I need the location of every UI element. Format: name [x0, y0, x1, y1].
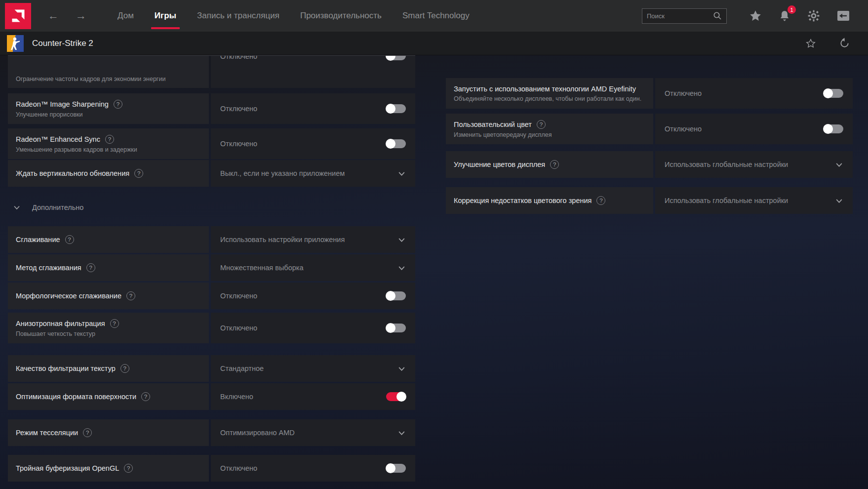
toggle-switch[interactable]	[386, 324, 406, 332]
chevron-down-icon[interactable]	[397, 169, 406, 178]
setting-label: Метод сглаживания	[16, 264, 81, 272]
setting-label-cell: Запустить с использованием технологии AM…	[446, 78, 653, 109]
toggle-switch[interactable]	[386, 291, 406, 300]
notifications-button[interactable]: 1	[778, 9, 791, 22]
toggle-switch[interactable]	[386, 392, 406, 401]
setting-label-cell: Метод сглаживания ?	[8, 254, 209, 281]
toggle-switch[interactable]	[386, 464, 406, 473]
setting-label: Radeon™ Enhanced Sync	[16, 135, 100, 143]
setting-description: Уменьшение разрывов кадров и задержки	[16, 146, 201, 153]
setting-label-cell: Анизотропная фильтрация ? Повышает четко…	[8, 313, 209, 343]
toggle-knob	[386, 323, 395, 333]
toggle-switch[interactable]	[824, 124, 843, 133]
surface-format-optimization: Оптимизация формата поверхности ? Включе…	[8, 383, 415, 410]
toggle-switch[interactable]	[386, 56, 406, 60]
setting-label-cell: Улучшение цветов дисплея ?	[446, 151, 653, 178]
setting-value: Отключено	[220, 140, 257, 148]
radeon-software-window: ← → ДомИгрыЗапись и трансляцияПроизводит…	[0, 0, 868, 489]
setting-value-cell: Отключено	[211, 313, 415, 343]
help-icon[interactable]: ?	[134, 169, 143, 178]
setting-label-cell: Режим тесселяции ?	[8, 419, 209, 446]
tab-bar: ДомИгрыЗапись и трансляцияПроизводительн…	[107, 0, 480, 32]
notification-badge: 1	[788, 5, 796, 14]
setting-label-cell: Тройная буферизация OpenGL ?	[8, 455, 209, 482]
setting-value: Оптимизировано AMD	[220, 429, 295, 437]
help-icon[interactable]: ?	[83, 428, 92, 437]
setting-value: Отключено	[220, 464, 257, 472]
setting-value: Стандартное	[220, 365, 264, 372]
help-icon[interactable]: ?	[126, 291, 135, 300]
settings-button[interactable]	[807, 9, 820, 22]
tab-record-stream[interactable]: Запись и трансляция	[187, 0, 290, 32]
favorite-star-outline-icon[interactable]	[805, 38, 816, 49]
setting-label-cell: Оптимизация формата поверхности ?	[8, 383, 209, 410]
reset-icon[interactable]	[839, 38, 850, 49]
setting-label-cell: Пользовательский цвет ? Изменить цветопе…	[446, 114, 653, 144]
settings-column-right: Запустить с использованием технологии AM…	[446, 55, 853, 214]
setting-value: Отключено	[665, 89, 702, 97]
chevron-down-icon[interactable]	[835, 197, 843, 205]
texture-filtering-quality: Качество фильтрации текстур ? Стандартно…	[8, 355, 415, 382]
chevron-down-icon[interactable]	[397, 429, 406, 437]
toggle-knob	[823, 124, 833, 134]
chevron-down-icon[interactable]	[397, 236, 406, 244]
help-icon[interactable]: ?	[596, 196, 605, 205]
help-icon[interactable]: ?	[110, 319, 119, 328]
help-icon[interactable]: ?	[550, 160, 559, 169]
search-input[interactable]	[647, 12, 713, 20]
toggle-switch[interactable]	[386, 139, 406, 148]
gear-icon	[807, 9, 820, 22]
toggle-switch[interactable]	[824, 89, 843, 98]
help-icon[interactable]: ?	[114, 100, 122, 109]
anti-aliasing: Сглаживание ? Использовать настройки при…	[8, 226, 415, 253]
search-box[interactable]	[642, 8, 727, 24]
setting-label-cell: Качество фильтрации текстур ?	[8, 355, 209, 382]
setting-value-cell: Включено	[211, 383, 415, 410]
setting-label-cell: Коррекция недостатков цветового зрения ?	[446, 187, 653, 214]
amd-logo[interactable]	[5, 3, 31, 29]
help-icon[interactable]: ?	[105, 135, 114, 144]
top-navigation-bar: ← → ДомИгрыЗапись и трансляцияПроизводит…	[0, 0, 868, 32]
setting-description: Объединяйте несколько дисплеев, чтобы он…	[454, 95, 645, 102]
radeon-image-sharpening: Radeon™ Image Sharpening ? Улучшение про…	[8, 93, 415, 124]
section-advanced[interactable]: Дополнительно	[8, 202, 415, 213]
tab-home[interactable]: Дом	[107, 0, 144, 32]
setting-label: Качество фильтрации текстур	[16, 365, 116, 372]
tab-games[interactable]: Игры	[144, 0, 187, 32]
toggle-switch[interactable]	[386, 104, 406, 113]
chevron-down-icon[interactable]	[397, 365, 406, 373]
setting-label: Пользовательский цвет	[454, 121, 532, 128]
setting-label: Запустить с использованием технологии AM…	[454, 85, 636, 93]
chevron-down-icon[interactable]	[835, 161, 843, 169]
setting-value: Отключено	[220, 292, 257, 300]
tab-performance[interactable]: Производительность	[290, 0, 392, 32]
setting-label-cell: Ждать вертикального обновления ?	[8, 160, 209, 187]
setting-value-cell: Использовать настройки приложения	[211, 226, 415, 253]
setting-label-cell: Radeon™ Enhanced Sync ? Уменьшение разры…	[8, 128, 209, 159]
wait-vertical-refresh: Ждать вертикального обновления ? Выкл., …	[8, 160, 415, 187]
setting-label: Оптимизация формата поверхности	[16, 393, 136, 401]
search-icon	[713, 11, 722, 20]
help-icon[interactable]: ?	[124, 464, 133, 473]
toggle-knob	[386, 463, 395, 473]
setting-value: Отключено	[220, 324, 257, 332]
forward-button[interactable]: →	[76, 10, 86, 21]
help-icon[interactable]: ?	[120, 364, 129, 373]
help-icon[interactable]: ?	[141, 392, 150, 401]
help-icon[interactable]: ?	[65, 235, 74, 244]
chevron-down-icon[interactable]	[397, 264, 406, 272]
star-icon	[749, 9, 762, 22]
setting-value: Отключено	[665, 125, 702, 133]
setting-label: Коррекция недостатков цветового зрения	[454, 197, 592, 204]
help-icon[interactable]: ?	[537, 120, 546, 129]
back-button[interactable]: ←	[48, 10, 59, 21]
gamebar-actions	[805, 38, 850, 49]
tab-smart-technology[interactable]: Smart Technology	[392, 0, 480, 32]
help-icon[interactable]: ?	[86, 263, 95, 272]
setting-value-cell: Выкл., если не указано приложением	[211, 160, 415, 187]
setting-value-cell: Отключено	[655, 114, 853, 144]
game-settings-panel: Ограничение частоты кадров для экономии …	[0, 55, 868, 489]
setting-value-cell: Отключено	[211, 93, 415, 124]
favorites-button[interactable]	[749, 9, 762, 22]
minimize-to-tray-button[interactable]	[836, 10, 850, 22]
